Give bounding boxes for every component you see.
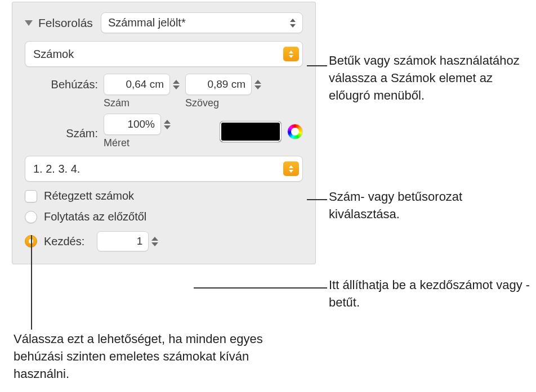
continue-radio-label: Folytatás az előzőtől bbox=[44, 210, 146, 223]
callout-leader bbox=[307, 199, 327, 200]
list-style-value: Számmal jelölt* bbox=[108, 16, 186, 29]
callout-text: Szám- vagy betűsorozat kiválasztása. bbox=[329, 188, 531, 223]
color-well[interactable] bbox=[220, 121, 282, 142]
start-from-stepper[interactable] bbox=[151, 237, 158, 246]
indent-number-stepper[interactable] bbox=[173, 80, 180, 89]
indent-text-sublabel: Szöveg bbox=[185, 97, 219, 109]
updown-icon bbox=[290, 19, 296, 28]
size-input[interactable]: 100% bbox=[104, 114, 161, 135]
callout-leader bbox=[194, 287, 327, 289]
continue-radio[interactable] bbox=[25, 211, 37, 223]
dropdown-arrow-icon bbox=[283, 47, 299, 61]
callout-text: Betűk vagy számok használatához válassza… bbox=[329, 52, 531, 104]
number-type-value: Számok bbox=[33, 48, 74, 61]
list-format-panel: Felsorolás Számmal jelölt* Számok Behúzá… bbox=[12, 2, 316, 264]
sequence-format-dropdown[interactable]: 1. 2. 3. 4. bbox=[25, 156, 303, 182]
tiered-numbers-checkbox[interactable] bbox=[25, 190, 37, 202]
indent-text-input[interactable]: 0,89 cm bbox=[185, 74, 252, 95]
tiered-numbers-label: Rétegzett számok bbox=[44, 190, 134, 202]
section-title: Felsorolás bbox=[38, 16, 93, 30]
disclosure-triangle-icon[interactable] bbox=[25, 20, 33, 26]
callout-leader bbox=[31, 235, 32, 330]
size-label: Szám: bbox=[25, 123, 98, 140]
number-type-dropdown[interactable]: Számok bbox=[25, 41, 303, 67]
color-picker-icon[interactable] bbox=[287, 124, 303, 139]
indent-number-sublabel: Szám bbox=[104, 97, 129, 109]
list-style-dropdown[interactable]: Számmal jelölt* bbox=[101, 12, 303, 33]
callout-text: Itt állíthatja be a kezdőszámot vagy -be… bbox=[329, 277, 536, 312]
size-sublabel: Méret bbox=[104, 137, 129, 149]
indent-text-stepper[interactable] bbox=[254, 80, 261, 89]
sequence-format-value: 1. 2. 3. 4. bbox=[33, 163, 80, 175]
dropdown-arrow-icon bbox=[283, 161, 299, 176]
start-from-label: Kezdés: bbox=[44, 235, 84, 248]
callout-text: Válassza ezt a lehetőséget, ha minden eg… bbox=[14, 331, 306, 382]
size-stepper[interactable] bbox=[164, 120, 171, 129]
indent-label: Behúzás: bbox=[25, 74, 98, 91]
indent-number-input[interactable]: 0,64 cm bbox=[104, 74, 170, 95]
callout-leader bbox=[307, 65, 327, 66]
start-from-input[interactable]: 1 bbox=[97, 231, 149, 251]
